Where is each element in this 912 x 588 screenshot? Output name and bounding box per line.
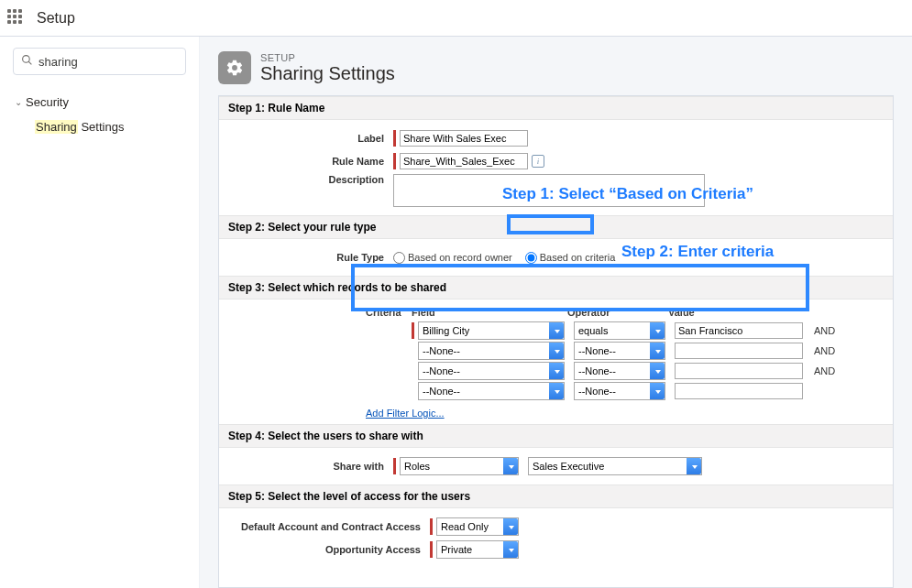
account-access-select[interactable]: Read Only	[436, 517, 519, 536]
criteria-field-select[interactable]: --None--	[418, 362, 565, 380]
sharewith-label: Share with	[228, 461, 393, 472]
step2-heading: Step 2: Select your rule type	[219, 215, 893, 239]
sidebar-item-sharing-settings[interactable]: Sharing Settings	[13, 114, 186, 139]
step3-heading: Step 3: Select which records to be share…	[219, 276, 893, 299]
search-icon	[21, 54, 33, 69]
required-indicator	[393, 458, 396, 474]
radio-owner-label[interactable]: Based on record owner	[408, 252, 512, 263]
rulename-input[interactable]	[400, 153, 528, 169]
criteria-operator-select[interactable]: equals	[574, 321, 665, 340]
rulename-label: Rule Name	[228, 156, 393, 167]
criteria-field-select[interactable]: --None--	[418, 342, 565, 360]
info-icon[interactable]: i	[532, 155, 544, 168]
criteria-value-input[interactable]	[675, 322, 803, 339]
description-label: Description	[228, 174, 393, 185]
radio-owner[interactable]	[393, 252, 405, 264]
opportunity-access-label: Opportunity Access	[228, 544, 430, 555]
sidebar-item-label: Security	[26, 95, 69, 109]
step5-heading: Step 5: Select the level of access for t…	[219, 485, 893, 508]
step4-heading: Step 4: Select the users to share with	[219, 424, 893, 448]
required-indicator	[412, 322, 414, 339]
quick-find[interactable]	[13, 48, 186, 75]
sidebar-item-security[interactable]: ⌄ Security	[13, 90, 186, 114]
label-input[interactable]	[400, 130, 528, 147]
criteria-operator-select[interactable]: --None--	[574, 342, 665, 360]
sidebar-item-highlight: Sharing	[35, 120, 78, 134]
criteria-row: --None-- --None-- AND	[366, 342, 884, 360]
add-filter-logic-link[interactable]: Add Filter Logic...	[366, 408, 445, 419]
sidebar-item-suffix: Settings	[78, 120, 125, 134]
criteria-row: --None-- --None--	[366, 382, 884, 400]
svg-point-0	[23, 56, 30, 63]
criteria-operator-select[interactable]: --None--	[574, 362, 665, 380]
required-indicator	[430, 518, 433, 535]
criteria-row: --None-- --None-- AND	[366, 362, 884, 380]
criteria-operator-select[interactable]: --None--	[574, 382, 665, 400]
and-text: AND	[814, 325, 835, 336]
required-indicator	[393, 153, 396, 169]
criteria-value-input[interactable]	[675, 363, 803, 379]
operator-header: Operator	[567, 307, 668, 318]
app-title: Setup	[37, 10, 75, 27]
radio-criteria[interactable]	[525, 252, 537, 264]
criteria-label: Criteria	[366, 307, 412, 318]
gear-icon	[218, 51, 251, 84]
setup-sidebar: ⌄ Security Sharing Settings	[0, 37, 200, 588]
step1-heading: Step 1: Rule Name	[219, 96, 893, 120]
global-header: Setup	[0, 0, 912, 37]
sharewith-value-select[interactable]: Sales Executive	[528, 457, 702, 475]
criteria-value-input[interactable]	[675, 383, 803, 399]
description-input[interactable]	[393, 174, 705, 207]
sharewith-category-select[interactable]: Roles	[400, 457, 519, 475]
criteria-row: Billing City equals AND	[366, 321, 884, 340]
criteria-field-select[interactable]: --None--	[418, 382, 565, 400]
rule-form: Step 1: Rule Name Label Rule Name i Desc…	[218, 95, 894, 588]
required-indicator	[430, 541, 433, 558]
content-area: SETUP Sharing Settings Step 1: Rule Name…	[200, 37, 912, 588]
radio-criteria-label[interactable]: Based on criteria	[540, 252, 616, 263]
page-header: SETUP Sharing Settings	[200, 37, 912, 95]
page-kicker: SETUP	[260, 52, 395, 63]
criteria-field-select[interactable]: Billing City	[418, 321, 565, 340]
account-access-label: Default Account and Contract Access	[228, 521, 430, 532]
criteria-value-input[interactable]	[675, 343, 803, 359]
svg-line-1	[28, 61, 31, 64]
value-header: Value	[668, 307, 806, 318]
opportunity-access-select[interactable]: Private	[436, 540, 519, 559]
app-launcher-icon[interactable]	[7, 9, 26, 27]
and-text: AND	[814, 365, 835, 376]
page-title: Sharing Settings	[260, 63, 395, 84]
label-label: Label	[228, 133, 393, 144]
and-text: AND	[814, 345, 835, 356]
quick-find-input[interactable]	[38, 55, 178, 69]
required-indicator	[393, 130, 396, 147]
chevron-down-icon: ⌄	[15, 97, 26, 107]
ruletype-label: Rule Type	[228, 252, 393, 263]
field-header: Field	[412, 307, 567, 318]
